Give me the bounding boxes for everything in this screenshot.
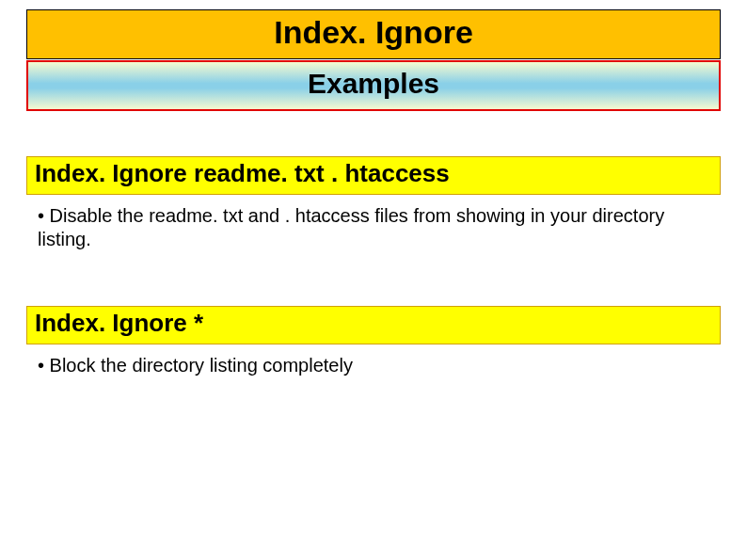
slide-subtitle-text: Examples (308, 68, 439, 99)
example-2-description: • Block the directory listing completely (26, 344, 721, 377)
slide-title: Index. Ignore (26, 9, 721, 59)
example-1-header: Index. Ignore readme. txt . htaccess (26, 156, 721, 195)
example-1-description: • Disable the readme. txt and . htaccess… (26, 195, 721, 251)
example-2-header: Index. Ignore * (26, 306, 721, 344)
example-2-header-text: Index. Ignore * (35, 309, 203, 337)
example-1-header-text: Index. Ignore readme. txt . htaccess (35, 159, 450, 187)
slide-title-text: Index. Ignore (274, 14, 473, 50)
slide-subtitle: Examples (26, 60, 721, 111)
